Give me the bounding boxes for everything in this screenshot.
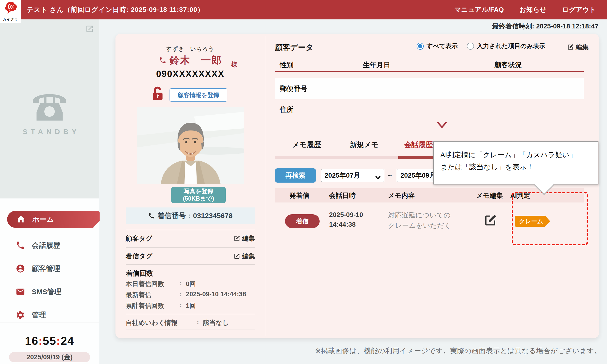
incoming-tag-edit-button[interactable]: 編集 [234,252,255,260]
date-badge: 2025/09/19 (金) [9,352,90,362]
top-header: テスト さん（前回ログイン日時: 2025-09-18 11:37:00） マニ… [0,0,607,19]
highlight-dashed-box [512,192,588,245]
incoming-number-label: 着信番号 [157,211,186,221]
field-gender: 性別 [280,60,293,70]
disclaimer-text: ※掲載画像は、機能の利用イメージです。実際の画面表示とは異なる場合がございます。 [315,346,601,356]
sidebar-item-conversation-history[interactable]: 会話履歴 [0,237,99,254]
feature-tooltip: AI判定欄に「クレーム」「カスハラ疑い」 または「該当なし」を表示！ [433,141,598,184]
date-range-tilde: ~ [388,172,392,180]
pencil-icon [567,44,574,51]
nuisance-info-row: 自社めいわく情報:該当なし [126,319,255,327]
col-datetime: 会話日時 [329,191,356,200]
incoming-call-badge: 着信 [285,214,320,228]
phone-call-icon [159,57,166,64]
col-direction: 発着信 [289,191,309,200]
radio-show-filled-only[interactable]: 入力された項目のみ表示 [467,42,545,50]
today-call-count-row: 本日着信回数:0回 [126,280,255,288]
customer-tag-label: 顧客タグ [126,234,152,243]
postal-code-row [275,78,584,99]
kaikura-cloud-logo-icon [4,1,17,15]
mail-icon [16,287,25,297]
col-memo: メモ内容 [388,191,415,200]
manual-faq-link[interactable]: マニュアル/FAQ [454,5,504,14]
logged-in-user-info: テスト さん（前回ログイン日時: 2025-09-18 11:37:00） [27,0,204,19]
logo-text: カイクラ [3,17,18,22]
field-address: 住所 [280,105,293,114]
sidebar-item-home[interactable]: ホーム [7,211,100,228]
display-filter-radios: すべて表示 入力された項目のみ表示 [417,42,545,50]
phone-standby-icon [29,119,70,123]
radio-unselected-icon [467,43,474,50]
expand-chevron-down-icon[interactable] [437,121,447,129]
lock-open-icon[interactable] [151,86,164,101]
sidebar: STANDBY ホーム 会話履歴 顧客管理 SMS管理 管理 16:55:24 [0,19,99,364]
radio-show-all[interactable]: すべて表示 [417,42,458,50]
incoming-number-strip: 着信番号 : 0312345678 [126,208,255,224]
conversation-datetime: 2025-09-10 14:44:38 [329,210,363,229]
radio-selected-icon [417,43,424,50]
field-customer-status: 顧客状況 [494,60,522,70]
upload-photo-button[interactable]: 写真を登録 (50KBまで) [171,187,226,203]
clock: 16:55:24 [0,334,99,347]
register-customer-button[interactable]: 顧客情報を登録 [169,88,227,102]
customer-furigana: すずき いちろう [115,45,265,52]
phone-icon [16,241,25,250]
person-icon [16,264,25,273]
honorific-label: 様 [231,60,237,69]
app-logo[interactable]: カイクラ [0,0,21,23]
field-postal-code: 郵便番号 [280,84,307,93]
customer-data-edit-button[interactable]: 編集 [567,43,589,52]
latest-call-row: 最新着信:2025-09-10 14:44:38 [126,291,255,299]
phone-receiver-icon [148,212,155,219]
memo-edit-icon[interactable] [484,214,497,227]
customer-phone-number: 090XXXXXXXX [115,69,265,79]
incoming-tag-label: 着信タグ [126,252,152,261]
external-link-icon[interactable] [85,25,94,33]
call-status-panel: STANDBY [0,19,99,198]
news-link[interactable]: お知らせ [520,5,547,14]
col-memo-edit: メモ編集 [476,191,503,200]
sidebar-item-label: ホーム [32,215,54,224]
incoming-number-value: 0312345678 [193,212,233,220]
logout-link[interactable]: ログアウト [562,5,596,14]
customer-tag-edit-button[interactable]: 編集 [234,234,255,243]
chevron-down-icon [375,174,381,177]
customer-tag-row: 顧客タグ 編集 [126,234,255,243]
sidebar-item-admin[interactable]: 管理 [0,306,99,324]
sidebar-item-sms-management[interactable]: SMS管理 [0,283,99,300]
memo-content: 対応遅延についての クレームをいただく [388,210,451,231]
sidebar-item-label: 顧客管理 [32,264,60,273]
tooltip-text: AI判定欄に「クレーム」「カスハラ疑い」 または「該当なし」を表示！ [440,151,577,171]
last-call-time: 最終着信時刻: 2025-09-18 12:18:47 [492,22,598,31]
field-birthdate: 生年月日 [363,60,390,70]
standby-label: STANDBY [0,128,99,136]
gear-icon [16,310,25,320]
pencil-icon [234,235,240,242]
main-card: すずき いちろう 鈴木 一郎 様 090XXXXXXXX 顧客情報を登録 [115,34,599,338]
tab-memo-history[interactable]: メモ履歴 [292,140,321,150]
re-search-button[interactable]: 再検索 [275,168,316,182]
customer-data-title: 顧客データ [275,42,314,53]
header-links: マニュアル/FAQ お知らせ ログアウト [454,0,596,19]
customer-photo [137,107,244,184]
column-divider [265,36,265,336]
sidebar-item-label: 管理 [32,310,46,320]
date-from-select[interactable]: 2025年07月 [321,169,384,182]
sidebar-item-label: 会話履歴 [32,241,60,250]
total-call-count-row: 累計着信回数:1回 [126,301,255,310]
sidebar-item-label: SMS管理 [32,287,61,297]
home-icon [16,215,26,224]
call-count-title: 着信回数 [126,269,153,278]
customer-name: 鈴木 一郎 [170,54,222,67]
sidebar-divider [0,323,99,323]
sidebar-item-customer-management[interactable]: 顧客管理 [0,260,99,277]
incoming-tag-row: 着信タグ 編集 [126,252,255,261]
tab-new-memo[interactable]: 新規メモ [350,140,378,150]
tab-conversation-history[interactable]: 会話履歴 [404,140,433,150]
pencil-icon [234,253,240,260]
